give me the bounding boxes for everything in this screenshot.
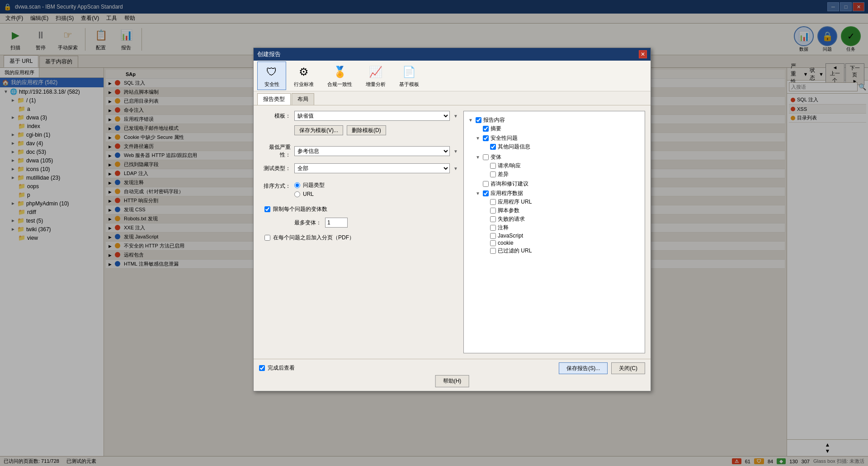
template-select[interactable]: 缺省值 (294, 111, 450, 121)
variants-label: 变体 (491, 153, 501, 161)
app-data-expand[interactable]: ▼ (476, 191, 481, 196)
sort-issue-type-option[interactable]: 问题类型 (294, 181, 325, 189)
min-severity-select[interactable]: 参考信息 (294, 146, 450, 156)
sort-url-option[interactable]: URL (294, 191, 325, 197)
test-type-dropdown-arrow: ▼ (453, 166, 458, 171)
javascript-row: JavaScript (482, 232, 641, 239)
sort-issue-type-label: 问题类型 (303, 181, 325, 189)
dialog-title-text: 创建报告 (257, 50, 281, 58)
failed-requests-checkbox[interactable] (490, 216, 496, 222)
dialog-footer: 完成后查看 帮助(H) 保存报告(S)... 关闭(C) (254, 359, 651, 377)
dialog-footer-right: 保存报告(S)... 关闭(C) (559, 362, 645, 374)
advisory-checkbox[interactable] (483, 181, 489, 187)
report-expand-icon[interactable]: ▼ (468, 118, 474, 123)
template-buttons-row: 保存为模板(V)... 删除模板(D) (294, 125, 458, 135)
dialog-compliance-button[interactable]: 🏅 合规一致性 (321, 62, 358, 90)
industry-label: 行业标准 (294, 81, 314, 88)
script-params-label: 脚本参数 (498, 207, 519, 214)
cookie-row: cookie (482, 239, 641, 247)
diff-checkbox[interactable] (490, 171, 496, 177)
report-content-row: ▼ 报告内容 (467, 116, 641, 124)
app-url-checkbox[interactable] (490, 199, 496, 205)
max-variants-row: 最多变体： (294, 218, 458, 228)
report-content-checkbox[interactable] (476, 117, 481, 123)
save-report-button[interactable]: 保存报告(S)... (559, 362, 608, 374)
app-data-children: 应用程序 URL 脚本参数 失败的请 (482, 198, 641, 255)
page-break-checkbox[interactable] (264, 235, 270, 241)
max-variants-label: 最多变体： (294, 219, 321, 227)
cookie-checkbox[interactable] (490, 240, 496, 246)
variants-children: 请求/响应 差异 (482, 162, 641, 179)
complete-check-option[interactable]: 完成后查看 (259, 364, 295, 372)
script-params-checkbox[interactable] (490, 208, 496, 214)
dialog-body: 模板： 缺省值 ▼ 保存为模板(V)... 删除模板(D) 最低严重性： 参考信… (254, 105, 651, 359)
help-button[interactable]: 帮助(H) (435, 375, 469, 387)
request-response-checkbox[interactable] (490, 163, 496, 169)
template-label: 模板： (259, 112, 291, 120)
dialog-template-button[interactable]: 📄 基于模板 (393, 62, 425, 90)
summary-row: 摘要 (475, 124, 641, 133)
tree-report-content: ▼ 报告内容 摘要 ▼ (467, 115, 641, 257)
create-report-dialog: 创建报告 ✕ 🛡 安全性 ⚙ 行业标准 🏅 合规一致性 📈 增量分析 📄 (253, 48, 651, 391)
test-type-row: 测试类型： 全部 ▼ (259, 163, 458, 173)
app-data-row: ▼ 应用程序数据 (475, 189, 641, 198)
dialog-close-footer-button[interactable]: 关闭(C) (611, 362, 645, 374)
save-template-button[interactable]: 保存为模板(V)... (294, 125, 343, 135)
javascript-checkbox[interactable] (490, 233, 496, 239)
tab-report-type[interactable]: 报告类型 (257, 93, 291, 105)
severity-dropdown-arrow: ▼ (453, 149, 458, 154)
security-icon: 🛡 (264, 64, 280, 80)
failed-requests-row: 失败的请求 (482, 215, 641, 223)
tab-layout[interactable]: 布局 (292, 93, 314, 105)
tree-variants: ▼ 变体 请求/响应 (475, 152, 641, 180)
other-info-checkbox[interactable] (490, 144, 496, 150)
complete-check-checkbox[interactable] (259, 365, 265, 371)
dialog-delta-button[interactable]: 📈 增量分析 (360, 62, 392, 90)
advisory-label: 咨询和修订建议 (491, 180, 528, 188)
filtered-url-checkbox[interactable] (490, 248, 496, 254)
app-data-label: 应用程序数据 (491, 190, 523, 197)
page-break-option[interactable]: 在每个问题之后加入分页（PDF） (264, 234, 354, 242)
variants-expand-icon[interactable]: ▼ (476, 155, 481, 160)
min-severity-row: 最低严重性： 参考信息 ▼ (259, 143, 458, 159)
report-content-children: 摘要 ▼ 安全性问题 (475, 124, 641, 256)
min-severity-label: 最低严重性： (259, 143, 291, 159)
test-type-label: 测试类型： (259, 165, 291, 172)
sort-url-radio[interactable] (294, 191, 300, 197)
compliance-icon: 🏅 (332, 64, 348, 80)
app-data-checkbox[interactable] (483, 190, 489, 196)
app-url-row: 应用程序 URL (482, 198, 641, 206)
dialog-footer-left: 完成后查看 (259, 364, 295, 372)
dialog-industry-button[interactable]: ⚙ 行业标准 (288, 62, 320, 90)
dialog-close-button[interactable]: ✕ (639, 50, 647, 58)
security-issues-checkbox[interactable] (483, 135, 489, 141)
dialog-toolbar: 🛡 安全性 ⚙ 行业标准 🏅 合规一致性 📈 增量分析 📄 基于模板 (254, 61, 651, 91)
limit-variants-label: 限制每个问题的变体数 (273, 205, 327, 213)
comments-label: 注释 (498, 224, 509, 232)
comments-checkbox[interactable] (490, 225, 496, 231)
max-variants-input[interactable] (325, 218, 348, 228)
limit-variants-option[interactable]: 限制每个问题的变体数 (264, 205, 327, 213)
limit-variants-row: 限制每个问题的变体数 (259, 205, 458, 213)
security-label: 安全性 (264, 81, 279, 88)
report-content-label: 报告内容 (483, 116, 505, 124)
limit-variants-checkbox[interactable] (264, 206, 270, 212)
variants-checkbox[interactable] (483, 154, 489, 160)
test-type-select[interactable]: 全部 (294, 163, 450, 173)
sort-radio-group: 问题类型 URL (294, 181, 325, 197)
security-issues-row: ▼ 安全性问题 (475, 134, 641, 143)
modal-overlay: 创建报告 ✕ 🛡 安全性 ⚙ 行业标准 🏅 合规一致性 📈 增量分析 📄 (0, 0, 868, 466)
dialog-tab-bar: 报告类型 布局 (254, 91, 651, 105)
complete-check-label: 完成后查看 (268, 364, 295, 372)
page-break-row: 在每个问题之后加入分页（PDF） (259, 234, 458, 242)
other-info-row: 其他问题信息 (482, 143, 641, 151)
comments-row: 注释 (482, 223, 641, 232)
summary-checkbox[interactable] (483, 126, 489, 132)
delta-label: 增量分析 (366, 81, 386, 88)
dialog-security-button[interactable]: 🛡 安全性 (257, 62, 286, 90)
dropdown-arrow: ▼ (453, 114, 458, 119)
sort-issue-type-radio[interactable] (294, 182, 300, 188)
security-expand-icon[interactable]: ▼ (476, 136, 481, 141)
industry-icon: ⚙ (296, 64, 312, 80)
delete-template-button[interactable]: 删除模板(D) (347, 125, 386, 135)
